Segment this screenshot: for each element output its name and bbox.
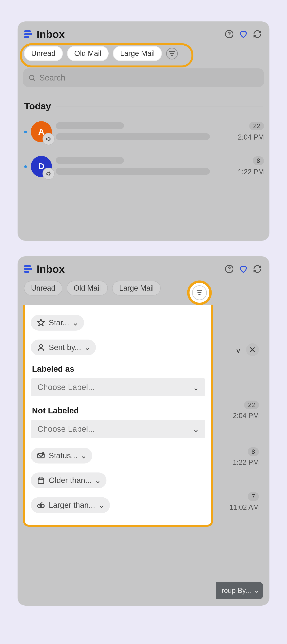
- refresh-icon[interactable]: [252, 264, 263, 274]
- avatar: A: [31, 121, 52, 142]
- header: Inbox: [23, 27, 264, 40]
- svg-point-1: [229, 36, 230, 36]
- email-time: 1:22 PM: [238, 168, 264, 176]
- chevron-down-icon: [99, 502, 104, 508]
- avatar: D: [31, 156, 52, 177]
- count-badge: 8: [248, 447, 259, 456]
- partial-text: v: [236, 346, 240, 355]
- email-subject-skeleton: [56, 122, 124, 129]
- chip-large-mail[interactable]: Large Mail: [112, 281, 161, 296]
- divider: [223, 387, 264, 387]
- email-item[interactable]: D 8 1:22 PM: [23, 156, 264, 177]
- svg-point-7: [42, 452, 44, 454]
- section-title: Today: [24, 101, 51, 112]
- header: Inbox: [23, 262, 264, 275]
- labeled-as-select[interactable]: Choose Label...: [31, 378, 205, 396]
- chip-unread[interactable]: Unread: [24, 281, 62, 296]
- inbox-panel-top: Inbox Unread Old Mail Large Mail Search …: [18, 22, 270, 241]
- chip-old-mail[interactable]: Old Mail: [67, 46, 108, 61]
- svg-point-2: [30, 75, 34, 80]
- email-time: 2:04 PM: [238, 133, 264, 141]
- filter-button-highlight: [187, 280, 212, 305]
- filter-chips: Unread Old Mail Large Mail: [23, 281, 264, 296]
- filter-button[interactable]: [192, 285, 207, 300]
- unread-dot-icon: [24, 165, 27, 168]
- count-badge: 7: [248, 492, 259, 501]
- not-labeled-label: Not Labeled: [32, 406, 205, 415]
- megaphone-icon: [42, 133, 54, 145]
- search-input[interactable]: Search: [23, 68, 264, 87]
- page-title: Inbox: [37, 28, 65, 40]
- bg-email-meta: 7 11:02 AM: [229, 492, 259, 512]
- menu-icon[interactable]: [24, 265, 32, 273]
- chip-large-mail[interactable]: Large Mail: [113, 46, 162, 61]
- filter-popup: Star... Sent by... Labeled as Choose Lab…: [23, 305, 213, 527]
- email-time: 2:04 PM: [233, 412, 259, 420]
- bg-email-meta: 22 2:04 PM: [233, 400, 259, 420]
- email-time: 11:02 AM: [229, 503, 259, 512]
- chevron-down-icon: [95, 478, 100, 483]
- megaphone-icon: [42, 168, 54, 180]
- count-badge: 8: [253, 156, 264, 165]
- email-preview-skeleton: [56, 133, 210, 140]
- chevron-down-icon: [73, 320, 78, 326]
- chevron-down-icon: [81, 453, 86, 458]
- inbox-panel-bottom: Inbox Unread Old Mail Large Mail v ✕ 22 …: [18, 256, 270, 606]
- bg-email-meta: 8 1:22 PM: [233, 447, 259, 467]
- filter-chips: Unread Old Mail Large Mail: [23, 46, 264, 61]
- email-item[interactable]: A 22 2:04 PM: [23, 121, 264, 142]
- section-header: Today: [23, 101, 264, 112]
- email-list: A 22 2:04 PM D: [23, 121, 264, 177]
- star-filter[interactable]: Star...: [31, 315, 84, 330]
- favorite-icon[interactable]: [238, 29, 249, 40]
- chip-unread[interactable]: Unread: [24, 46, 63, 61]
- divider: [56, 106, 263, 106]
- chip-old-mail[interactable]: Old Mail: [67, 281, 108, 296]
- menu-icon[interactable]: [24, 30, 32, 38]
- svg-point-5: [40, 344, 42, 348]
- help-icon[interactable]: [224, 264, 235, 274]
- filter-button[interactable]: [166, 48, 178, 60]
- labeled-as-label: Labeled as: [32, 364, 205, 374]
- refresh-icon[interactable]: [252, 29, 263, 40]
- chevron-down-icon: [84, 345, 90, 350]
- close-button[interactable]: ✕: [246, 343, 259, 356]
- unread-dot-icon: [24, 130, 27, 133]
- chevron-down-icon: [193, 426, 199, 432]
- status-filter[interactable]: Status...: [31, 448, 92, 464]
- svg-point-11: [40, 505, 41, 506]
- older-than-filter[interactable]: Older than...: [31, 472, 106, 488]
- chevron-down-icon: [254, 588, 259, 593]
- larger-than-filter[interactable]: Larger than...: [31, 497, 110, 513]
- svg-point-4: [229, 270, 230, 271]
- help-icon[interactable]: [224, 29, 235, 40]
- sent-by-filter[interactable]: Sent by...: [31, 340, 96, 355]
- page-title: Inbox: [37, 263, 65, 275]
- chevron-down-icon: [193, 384, 199, 390]
- count-badge: 22: [244, 400, 259, 409]
- group-by-button[interactable]: roup By...: [216, 582, 263, 599]
- svg-rect-8: [38, 478, 44, 484]
- not-labeled-select[interactable]: Choose Label...: [31, 420, 205, 438]
- email-time: 1:22 PM: [233, 458, 259, 467]
- email-preview-skeleton: [56, 168, 210, 175]
- count-badge: 22: [249, 122, 264, 130]
- favorite-icon[interactable]: [238, 264, 249, 274]
- search-placeholder: Search: [40, 73, 65, 82]
- email-subject-skeleton: [56, 157, 124, 164]
